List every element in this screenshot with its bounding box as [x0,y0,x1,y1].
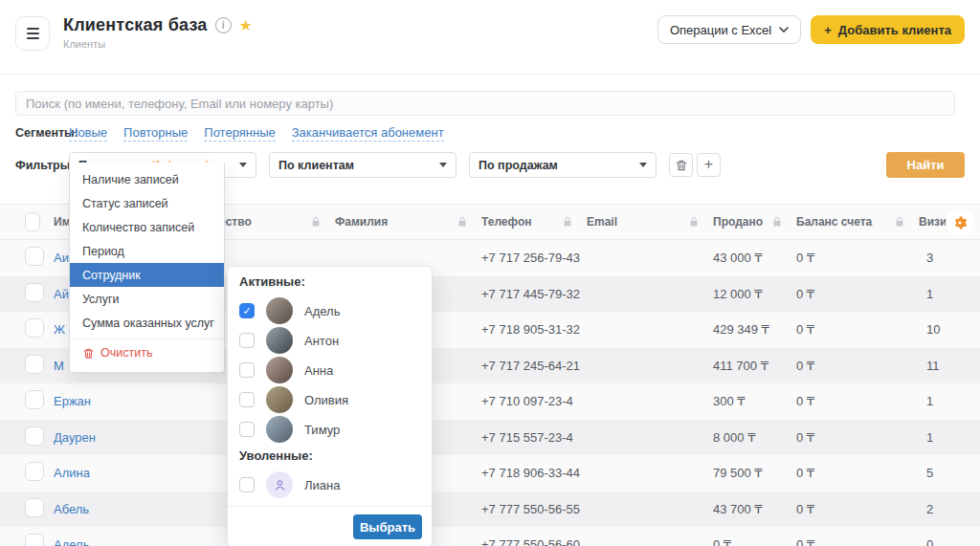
excel-operations-label: Операции с Excel [670,23,771,37]
row-checkbox[interactable] [25,355,44,374]
staff-item: Лиана [239,470,420,499]
client-name-link[interactable]: Алина [54,466,198,480]
filter-menu-item[interactable]: Период [70,239,224,263]
clients-filter-select[interactable]: По клиентам [269,152,457,178]
header-divider [0,74,980,75]
staff-item: Анна [239,356,420,384]
row-checkbox[interactable] [25,247,44,266]
find-button[interactable]: Найти [886,152,965,178]
staff-avatar [266,416,293,443]
row-checkbox-cell [0,247,54,269]
filter-menu-item[interactable]: Сумма оказанных услуг [70,311,224,335]
menu-button[interactable] [15,16,50,51]
add-filter-button[interactable]: + [697,153,721,177]
clear-filters-button[interactable]: Очистить [70,339,224,366]
staff-checkbox[interactable] [239,362,255,378]
active-staff-label: Активные: [239,274,420,292]
staff-item: Антон [239,326,420,355]
client-phone: +7 717 445-79-32 [481,287,587,301]
favorite-star-icon[interactable]: ★ [239,18,253,33]
row-checkbox-cell [0,534,54,546]
caret-down-icon [239,163,247,167]
row-checkbox[interactable] [25,283,44,302]
client-name-link[interactable]: Адель [54,537,198,546]
clients-filter-value: По клиентам [278,159,354,172]
lock-icon [894,216,905,228]
staff-select-button[interactable]: Выбрать [353,514,422,539]
row-checkbox[interactable] [25,318,44,338]
title-block: Клиентская база i ★ Клиенты [63,15,253,50]
clear-filters-label: Очистить [100,346,152,360]
staff-avatar [266,357,293,383]
sales-filter-select[interactable]: По продажам [469,152,657,178]
row-checkbox[interactable] [25,462,44,481]
staff-avatar [266,297,293,324]
client-balance: 0 ₸ [796,322,919,337]
row-checkbox-cell [0,462,54,484]
client-balance: 0 ₸ [796,502,919,516]
segment-link[interactable]: Повторные [123,125,188,142]
table-row: Абель+7 777 550-56-5543 700 ₸0 ₸2 [0,491,980,528]
page-header: Клиентская база i ★ Клиенты Операции с E… [0,0,980,59]
client-phone: +7 777 550-56-55 [481,502,587,516]
row-checkbox[interactable] [25,390,44,409]
client-phone: +7 715 557-23-4 [481,430,587,445]
client-sold: 79 500 ₸ [713,466,796,480]
client-balance: 0 ₸ [796,394,919,408]
segment-link[interactable]: Новые [69,125,107,142]
lock-icon [771,216,783,228]
page-title: Клиентская база [63,15,208,35]
client-name-link[interactable]: Абель [54,502,198,516]
column-header: Продано [713,205,796,239]
client-sold: 411 700 ₸ [713,359,796,373]
excel-operations-button[interactable]: Операции с Excel [657,15,801,44]
staff-name: Анна [304,363,333,378]
table-row: Адель+7 777 550-56-600 ₸0 ₸0 [0,527,980,546]
staff-checkbox[interactable] [239,392,255,407]
filter-menu-item[interactable]: Сотрудник [70,263,224,287]
row-checkbox-cell [0,498,54,520]
segments-row: Сегменты: НовыеПовторныеПотерянныеЗаканч… [15,125,965,141]
client-visits: 5 [919,466,980,480]
segments-label: Сегменты: [15,126,69,140]
info-icon[interactable]: i [215,17,232,33]
staff-name: Антон [304,334,339,348]
add-client-button[interactable]: + Добавить клиента [811,15,965,44]
staff-avatar [266,327,293,354]
segment-link[interactable]: Потерянные [204,125,275,142]
staff-checkbox[interactable] [239,477,255,492]
column-header: Фамилия [335,205,481,239]
caret-down-icon [439,163,447,167]
staff-item: Тимур [239,415,420,444]
lock-icon [688,216,700,228]
visits-filter-menu: Наличие записейСтатус записейКоличество … [69,163,225,373]
column-header-label: Фамилия [335,215,388,229]
staff-checkbox[interactable] [239,333,255,348]
lock-icon [562,216,573,228]
row-checkbox[interactable] [25,534,44,546]
row-checkbox[interactable] [25,498,44,517]
row-checkbox[interactable] [25,426,44,446]
client-visits: 3 [919,251,980,265]
client-name-link[interactable]: Даурен [54,430,198,445]
plus-icon: + [704,157,713,172]
select-all-checkbox[interactable] [25,212,40,231]
client-phone: +7 710 097-23-4 [481,394,587,408]
client-name-link[interactable]: Ержан [54,394,198,408]
filter-menu-item[interactable]: Наличие записей [70,167,224,191]
filter-menu-item[interactable]: Услуги [70,287,224,311]
row-checkbox-cell [0,283,54,305]
column-header-label: Баланс счета [796,215,872,229]
caret-down-icon [639,163,647,167]
search-input[interactable] [15,91,955,116]
filter-menu-item[interactable]: Статус записей [70,191,224,215]
header-checkbox-cell [0,205,54,239]
staff-checkbox[interactable] [239,422,255,437]
staff-checkbox[interactable]: ✓ [239,303,255,318]
filter-menu-item[interactable]: Количество записей [70,215,224,239]
table-settings-button[interactable] [946,208,974,237]
delete-filter-button[interactable] [669,153,693,177]
client-phone: +7 717 256-79-43 [481,251,587,265]
staff-name: Адель [304,304,340,318]
segment-link[interactable]: Заканчивается абонемент [292,125,444,142]
